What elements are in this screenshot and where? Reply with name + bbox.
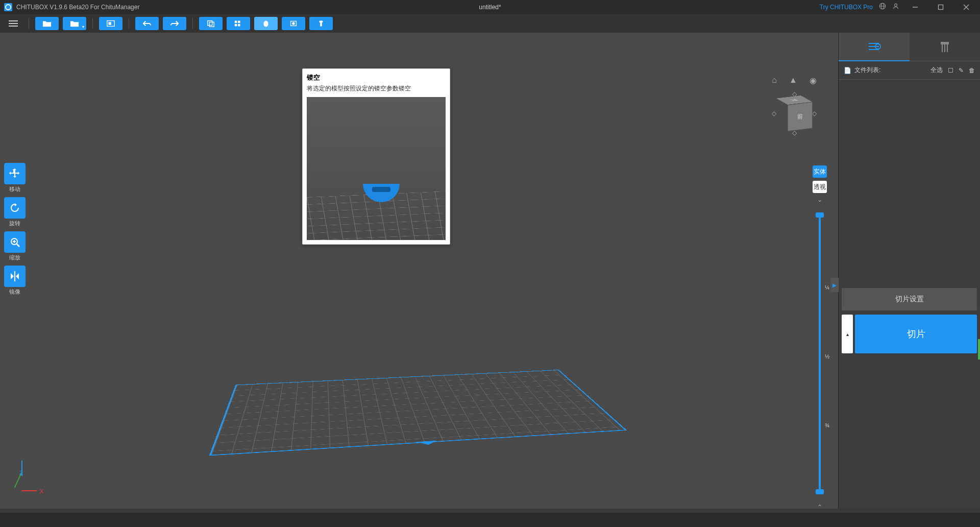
auto-layout-button[interactable] <box>227 17 250 30</box>
screenshot-button[interactable] <box>99 17 122 30</box>
transform-tools: 移动 旋转 缩放 镜像 <box>4 163 26 296</box>
slider-handle-bottom[interactable] <box>816 489 824 494</box>
settings-tab[interactable] <box>839 33 910 61</box>
move-tool-label: 移动 <box>9 185 20 193</box>
home-view-icon[interactable]: ⌂ <box>772 76 777 85</box>
save-file-button[interactable]: ▾ <box>63 17 86 30</box>
language-icon[interactable] <box>879 3 886 12</box>
tooltip-preview-image <box>307 97 446 240</box>
svg-line-24 <box>17 244 19 247</box>
toolbar-divider <box>192 18 193 29</box>
viewport[interactable]: 移动 旋转 缩放 镜像 镂空 将选定的模型按照设定的镂空参数镂空 X Z <box>0 33 980 513</box>
app-title: CHITUBOX V1.9.6 Beta20 For ChituManager <box>16 4 139 11</box>
window-close-button[interactable] <box>957 0 976 14</box>
rotate-tool-button[interactable] <box>4 197 26 219</box>
menu-button[interactable] <box>4 16 22 31</box>
axis-gizmo: X Z <box>14 468 45 498</box>
rotate-tool-label: 旋转 <box>9 220 20 227</box>
app-logo-icon <box>4 3 12 11</box>
svg-rect-22 <box>320 22 322 26</box>
status-bar <box>0 513 980 527</box>
title-bar: CHITUBOX V1.9.6 Beta20 For ChituManager … <box>0 0 980 14</box>
tooltip-description: 将选定的模型按照设定的镂空参数镂空 <box>307 84 446 93</box>
scale-tool-button[interactable] <box>4 231 26 253</box>
nav-cube-left-arrow[interactable]: ◇ <box>772 110 776 117</box>
svg-rect-21 <box>319 21 323 23</box>
dig-hole-button[interactable] <box>282 17 305 30</box>
axis-z-label: Z <box>19 470 23 476</box>
layer-slider-track[interactable]: ¼ ½ ¾ <box>819 215 821 491</box>
select-all-checkbox[interactable]: ☐ <box>948 67 953 74</box>
slice-settings-button[interactable]: 切片设置 <box>842 288 977 310</box>
toolbar: ▾ <box>0 14 980 33</box>
redo-button[interactable] <box>163 17 186 30</box>
panel-expand-toggle[interactable]: ▶ <box>830 278 839 292</box>
solid-view-button[interactable]: 实体 <box>813 165 827 178</box>
layer-slider: 实体 透视 ⌄ ¼ ½ ¾ ⌃ <box>813 165 827 511</box>
slider-mark-half: ½ <box>825 353 829 360</box>
file-list-label: 文件列表: <box>854 66 880 75</box>
slider-handle-top[interactable] <box>816 212 824 218</box>
slider-mark-quarter: ¼ <box>825 284 829 291</box>
undo-button[interactable] <box>135 17 159 30</box>
perspective-icon[interactable]: ▲ <box>789 76 797 85</box>
svg-rect-18 <box>238 24 240 27</box>
svg-rect-32 <box>941 42 949 44</box>
delete-icon[interactable]: 🗑 <box>969 67 975 74</box>
open-file-button[interactable] <box>35 17 59 30</box>
slice-button[interactable]: 切片 <box>855 315 977 353</box>
user-icon[interactable] <box>892 3 899 12</box>
svg-rect-14 <box>209 22 214 27</box>
xray-view-button[interactable]: 透视 <box>813 181 827 193</box>
visibility-icon[interactable]: ◉ <box>810 76 817 85</box>
svg-rect-15 <box>235 21 237 23</box>
file-list-icon: 📄 <box>844 67 851 74</box>
window-minimize-button[interactable] <box>905 0 925 14</box>
svg-rect-16 <box>238 21 240 23</box>
file-list-header: 📄 文件列表: 全选 ☐ ✎ 🗑 <box>839 61 980 80</box>
svg-rect-5 <box>939 5 943 10</box>
support-tab[interactable] <box>910 33 981 61</box>
tooltip-title: 镂空 <box>307 73 446 82</box>
slider-up-chevron[interactable]: ⌄ <box>817 196 822 203</box>
try-pro-link[interactable]: Try CHITUBOX Pro <box>820 4 873 11</box>
hollow-tooltip: 镂空 将选定的模型按照设定的镂空参数镂空 <box>302 68 450 245</box>
build-plate <box>209 370 627 456</box>
toolbar-divider <box>129 18 129 29</box>
mirror-tool-button[interactable] <box>4 266 26 287</box>
progress-indicator <box>978 339 980 360</box>
hollow-button[interactable] <box>254 17 278 30</box>
svg-point-20 <box>292 22 295 25</box>
slider-mark-three-quarter: ¾ <box>825 422 829 428</box>
window-maximize-button[interactable] <box>931 0 950 14</box>
svg-point-3 <box>895 4 897 6</box>
nav-cube-right-arrow[interactable]: ◇ <box>812 110 817 117</box>
svg-rect-17 <box>235 24 237 27</box>
scale-tool-label: 缩放 <box>9 254 20 261</box>
toolbar-divider <box>92 18 93 29</box>
edit-icon[interactable]: ✎ <box>959 67 964 74</box>
mirror-tool-label: 镜像 <box>9 288 20 296</box>
right-panel: 📄 文件列表: 全选 ☐ ✎ 🗑 ▶ 切片设置 ▴ 切片 <box>838 33 980 513</box>
file-list-body <box>839 80 980 90</box>
slice-options-toggle[interactable]: ▴ <box>842 315 853 353</box>
copy-button[interactable] <box>199 17 223 30</box>
move-tool-button[interactable] <box>4 163 26 184</box>
toolbar-divider <box>29 18 29 29</box>
document-title: untitled* <box>479 4 501 11</box>
axis-x-label: X <box>40 488 43 494</box>
navigation-cube[interactable]: ⌂ ▲ ◉ ◇ ◇ 顶 前 ◇ ◇ <box>772 76 817 138</box>
select-all-label[interactable]: 全选 <box>930 66 943 75</box>
view-cube[interactable]: 顶 前 <box>782 99 807 128</box>
svg-rect-12 <box>109 22 111 25</box>
repair-button[interactable] <box>309 17 333 30</box>
svg-rect-13 <box>208 21 212 26</box>
cube-front-face[interactable]: 前 <box>788 102 813 131</box>
